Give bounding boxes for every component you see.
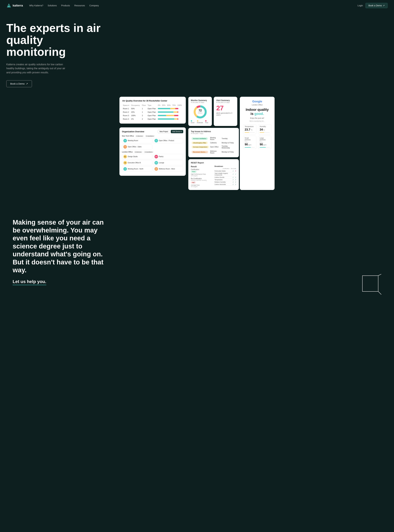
- breakdown-row: Relative Humidity ✓ ✓: [215, 181, 236, 183]
- svg-line-9: [378, 274, 381, 276]
- external-link-icon: ↗: [383, 4, 385, 7]
- col-0: 0%: [157, 104, 161, 107]
- kaiterra-logo-icon: [6, 3, 11, 8]
- room-item[interactable]: 100 Pantry: [153, 154, 183, 159]
- legend-poor: Poor: [205, 120, 209, 123]
- logo[interactable]: kaiterra: [6, 3, 23, 8]
- issue-row: Check/replace filter Cafeteria Monday to…: [191, 141, 236, 144]
- reset-title: RESET Report: [191, 162, 236, 164]
- room-score: 8: [155, 139, 158, 142]
- svg-rect-8: [363, 276, 378, 292]
- arrow-icon: ↗: [26, 82, 28, 85]
- arrow-decoration: [361, 274, 381, 295]
- alert-desc: alerts generated to 3 users: [216, 112, 235, 116]
- room-item[interactable]: 8 Meeting Room - North: [122, 166, 152, 172]
- navigation: kaiterra Why Kaiterra? Solutions Product…: [0, 0, 394, 11]
- room-score: 49: [155, 167, 158, 171]
- room-item[interactable]: 8 Open Office - Product: [153, 138, 183, 143]
- room-score: 25: [155, 161, 158, 165]
- issue-row: Increase ventilation Meeting Room Tuesda…: [191, 136, 236, 141]
- breakdown-row: Temperature ✓ ✓: [215, 179, 236, 181]
- nav-actions: Login Book a Demo ↗: [358, 3, 388, 8]
- aq-table-row: Room 1 50% 1 Open Plan: [122, 107, 183, 110]
- room-score: 8: [123, 167, 127, 171]
- google-monitoring-text: We're monitoring for...: [243, 120, 271, 122]
- alert-count: 27: [216, 105, 235, 111]
- room-item[interactable]: 74 Executive Office B: [122, 160, 152, 166]
- nav-solutions[interactable]: Solutions: [48, 4, 57, 7]
- alert-title: Alert Summary: [216, 99, 235, 101]
- hero-title: The experts in air quality monitoring: [6, 22, 104, 58]
- aq-overview-title: Air Quality Overview for 30 Rockefeller …: [122, 99, 183, 102]
- high-perf-label: High Performance Pass: [191, 173, 213, 175]
- legend-good: Good: [191, 120, 195, 123]
- room-score: 74: [123, 161, 127, 165]
- recert-label: Re-Certification: [191, 178, 213, 180]
- nav-resources[interactable]: Resources: [74, 4, 85, 7]
- issues-title: Top Issues to Address: [191, 130, 236, 133]
- issue-row: Reconnect device… Wellness Room Monday t…: [191, 150, 236, 154]
- reset-report-card: RESET Report Result Certification Pass H…: [188, 159, 239, 190]
- metric-small-particles: Small particles PM₂.₅ 90 ppm: [243, 136, 256, 149]
- col-75: 75%: [171, 104, 177, 107]
- alert-subtitle: In the past 14 days: [216, 101, 235, 103]
- monitor-title: Monitor Summary: [191, 99, 209, 101]
- new-project-button[interactable]: New Project: [158, 130, 170, 133]
- nav-products[interactable]: Products: [61, 4, 70, 7]
- col-100: 100%: [177, 104, 183, 107]
- room-item[interactable]: 25 Lounge: [153, 160, 183, 166]
- aq-table-row: Room 3 100% 2 Open Plan: [122, 114, 183, 117]
- google-widget-card: Google London Office Indoor quality is g…: [240, 97, 275, 190]
- hero-subtitle: Kaiterra creates air quality solutions f…: [6, 63, 66, 75]
- monitor-summary-card: Monitor Summary In the past 14 days 72 M…: [188, 97, 212, 126]
- svg-line-10: [378, 292, 381, 295]
- room-name: Design Studio: [128, 156, 138, 157]
- svg-text:Monitors: Monitors: [198, 112, 202, 114]
- google-quality-title: Indoor quality is good.: [243, 108, 271, 116]
- room-name: Lounge: [159, 162, 164, 164]
- google-enjoy-text: Enjoy the pure air!: [243, 117, 271, 119]
- room-name: Pantry: [159, 156, 164, 157]
- issues-subtitle: In the past 7 days: [191, 133, 236, 134]
- room-score: 61: [123, 155, 127, 158]
- login-button[interactable]: Login: [358, 4, 363, 7]
- monitor-donut-chart: 72 Monitors: [193, 105, 207, 119]
- air-quality-overview-card: Air Quality Overview for 30 Rockefeller …: [119, 97, 186, 124]
- metric-humidity: Humidity 34 %: [258, 124, 271, 134]
- nav-demo-button[interactable]: Book a Demo ↗: [365, 3, 388, 8]
- nav-links: Why Kaiterra? Solutions Products Resourc…: [29, 4, 358, 7]
- org-overview-title: Organization Overview: [122, 130, 144, 133]
- col-type: Type: [147, 104, 157, 107]
- recert-status: Fail: [191, 182, 196, 183]
- add-device-button[interactable]: Add Device ▾: [171, 130, 183, 133]
- room-item[interactable]: 61 Design Studio: [122, 154, 152, 159]
- office-group: London Office 6 devices 2 members 61 Des…: [122, 151, 183, 172]
- room-name: Wellness Room - West: [159, 168, 175, 170]
- bd-col-cert: Certification: [223, 168, 229, 169]
- room-item[interactable]: 9 Meeting Room: [122, 138, 152, 143]
- room-item[interactable]: 49 Wellness Room - West: [153, 166, 183, 172]
- google-logo: Google: [243, 100, 271, 103]
- nav-why-kaiterra[interactable]: Why Kaiterra?: [29, 4, 43, 7]
- logo-text: kaiterra: [13, 4, 23, 7]
- nav-company[interactable]: Company: [89, 4, 99, 7]
- metric-large-particles: Large particles PM₁₀ 90 ppm: [258, 136, 271, 149]
- breakdown-row: Carbon Monoxide ✓ ✓: [215, 183, 236, 186]
- aq-table-row: Room 4 2% 2 Open Plan: [122, 117, 183, 121]
- metric-temperature: Temperature 23.7 °C: [243, 124, 256, 134]
- text-section: Making sense of your air can be overwhel…: [0, 193, 394, 308]
- breakdown-row: Carbon Dioxide ✓ ✓: [215, 176, 236, 179]
- room-item[interactable]: 4 Open Office - Sales: [122, 144, 152, 150]
- high-perf-value: 2/5 targets: [191, 175, 213, 177]
- hero-demo-button[interactable]: Book a Demo ↗: [6, 80, 32, 87]
- bd-col-recert: Re-Certif.: [231, 168, 236, 169]
- org-overview-card: Organization Overview New Project Add De…: [119, 127, 186, 176]
- monitor-subtitle: In the past 14 days: [191, 101, 209, 103]
- avg-pass-label: Average Pass: [191, 184, 213, 186]
- breakdown-row: Total Volatile Organic Compounds ✓ ✓: [215, 172, 236, 176]
- col-space: Space ▾: [122, 104, 130, 107]
- col-50: 50%: [166, 104, 172, 107]
- room-name: Executive Office B: [128, 162, 141, 164]
- cta-text: Let us help you.: [13, 279, 46, 285]
- svg-text:72: 72: [198, 109, 202, 112]
